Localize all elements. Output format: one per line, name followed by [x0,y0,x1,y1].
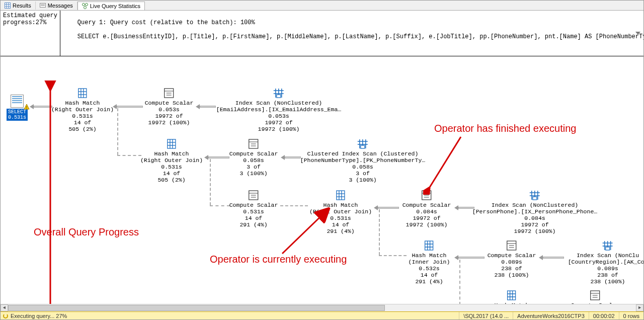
spinner-icon [3,313,8,318]
operator-compute-scalar[interactable]: Compute Scalar0.531s14 of291 (4%) [229,190,278,228]
index-scan-icon [273,88,285,99]
select-grid-icon [11,95,24,108]
svg-rect-46 [533,197,537,200]
tab-bar: Results Messages Live Query Statistics [1,1,643,11]
annotation-arrow-overall [43,81,58,320]
plan-connector [117,108,118,155]
tab-messages[interactable]: Messages [36,2,77,10]
data-flow-arrow [539,255,564,260]
message-icon [40,3,46,9]
plan-connector [117,155,141,156]
svg-rect-13 [78,89,87,98]
svg-rect-22 [277,95,281,98]
compute-scalar-icon [163,88,175,99]
data-flow-arrow [374,205,399,210]
svg-point-9 [85,4,88,6]
scroll-left-button[interactable]: ◄ [1,304,8,311]
plan-connector [210,159,211,205]
annotation-arrow-current [280,206,335,256]
operator-compute-scalar[interactable]: Compute Scalar0.089s238 of238 (100%) [488,240,536,278]
scroll-right-button[interactable]: ► [636,304,643,311]
grid-icon [5,3,11,9]
operator-select[interactable]: ! SELECT0.531s [7,95,28,121]
compute-scalar-icon [589,290,601,301]
query-cost-line: Query 1: Query cost (relative to the bat… [77,19,255,26]
annotation-current: Operator is currently executing [210,254,347,265]
svg-line-72 [428,137,461,190]
hash-match-icon [506,290,518,301]
plan-connector [379,209,380,255]
svg-point-10 [84,7,86,9]
data-flow-arrow [196,104,216,109]
hash-match-icon [166,138,178,149]
data-flow-arrow [454,255,485,260]
query-sql-line: SELECT e.[BusinessEntityID], p.[Title], … [77,33,643,40]
svg-text:!: ! [26,105,28,110]
status-database: AdventureWorks2016CTP3 [513,312,589,319]
svg-rect-47 [425,241,433,250]
plan-connector [210,205,230,206]
stats-icon [82,3,88,9]
plan-connector [379,255,407,256]
dropdown-caret-icon[interactable] [635,32,640,35]
index-scan-icon [602,240,614,251]
svg-rect-32 [361,145,365,148]
svg-line-73 [282,210,328,254]
query-header: Estimated query progress:27% Query 1: Qu… [1,11,643,56]
data-flow-arrow [454,205,474,210]
svg-point-8 [82,4,85,6]
index-scan-icon [529,190,541,201]
annotation-overall: Overall Query Progress [34,226,139,238]
svg-rect-56 [606,247,610,250]
operator-clustered-index-scan[interactable]: Clustered Index Scan (Clustered)[PhoneNu… [300,138,425,183]
estimated-progress: Estimated query progress:27% [1,11,60,56]
hash-match-icon [423,240,435,251]
data-flow-arrow [204,155,229,160]
tab-results[interactable]: Results [1,2,36,10]
execution-plan-canvas[interactable]: ! SELECT0.531s Hash Match(Right Outer Jo… [1,56,643,320]
operator-index-scan[interactable]: Index Scan (NonClustered)[PersonPhone].[… [472,190,597,234]
svg-rect-37 [337,191,345,200]
operator-compute-scalar[interactable]: Compute Scalar0.058s3 of3 (100%) [229,138,278,177]
hash-match-icon [76,88,89,99]
operator-index-scan[interactable]: Index Scan (NonClustered)[EmailAddress].… [216,88,341,132]
operator-hash-match[interactable]: Hash Match(Inner Join)0.532s14 of291 (4%… [409,240,450,285]
svg-rect-0 [5,3,11,8]
operator-compute-scalar[interactable]: Compute Scalar0.084s19972 of19972 (100%) [403,190,451,228]
scroll-thumb[interactable] [8,305,385,311]
annotation-finished: Operator has finished executing [434,123,576,134]
data-flow-arrow [281,155,301,160]
compute-scalar-icon [248,190,260,201]
status-bar: Executing query... 27% \SQL2017 (14.0 ..… [1,311,643,319]
hash-match-icon [335,190,347,201]
tab-live-query-statistics[interactable]: Live Query Statistics [77,2,145,10]
plan-connector [459,260,460,305]
operator-hash-match[interactable]: Hash Match(Right Outer Join)0.531s14 of5… [140,138,203,183]
tab-label: Messages [48,3,73,9]
operator-hash-match[interactable]: Hash Match(Right Outer Join)0.531s14 of5… [51,88,114,132]
status-server: \SQL2017 (14.0 ... [459,312,513,319]
operator-index-scan[interactable]: Index Scan (NonClu[CountryRegion].[AK_Co… [568,240,643,285]
index-scan-icon [357,138,369,149]
operator-compute-scalar[interactable]: Compute Scalar0.053s19972 of19972 (100%) [145,88,194,126]
warning-icon: ! [24,104,30,110]
status-executing: Executing query... 27% [11,313,67,319]
scroll-track[interactable] [8,304,636,311]
horizontal-scrollbar[interactable]: ◄ ► [1,304,643,311]
annotation-arrow-finished [423,134,463,195]
status-elapsed: 00:00:02 [589,312,619,319]
status-rows: 0 rows [619,312,643,319]
tab-label: Live Query Statistics [90,3,140,9]
svg-rect-23 [168,139,176,148]
compute-scalar-icon [506,240,518,251]
tab-label: Results [13,3,31,9]
compute-scalar-icon [248,138,260,149]
query-header-text: Query 1: Query cost (relative to the bat… [60,11,643,56]
svg-rect-57 [508,291,516,300]
select-label: SELECT0.531s [7,109,28,121]
